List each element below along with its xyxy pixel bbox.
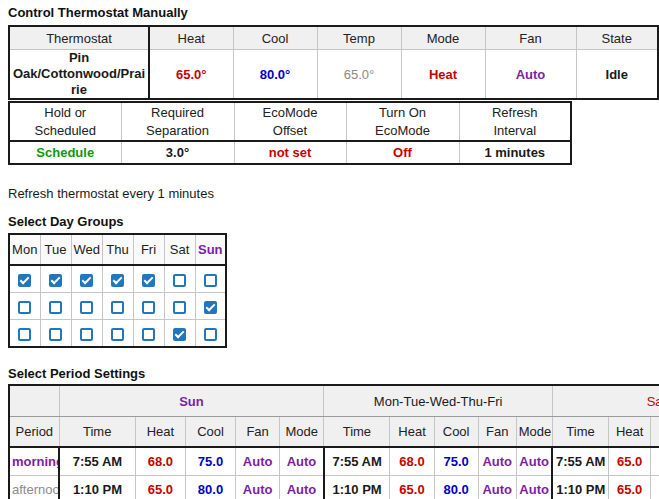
cool-value[interactable]: 80.0	[185, 476, 235, 499]
ecomode-offset-value[interactable]: not set	[234, 141, 346, 164]
heat-value[interactable]: 65.0	[609, 447, 651, 476]
fan-value[interactable]: Auto	[478, 447, 516, 476]
cool-setpoint-value[interactable]: 80.0°	[233, 50, 317, 100]
fan-value[interactable]: Auto	[236, 476, 280, 499]
heat-value[interactable]: 68.0	[390, 447, 434, 476]
refresh-interval-value[interactable]: 1 minutes	[459, 141, 571, 164]
day-cell	[195, 293, 226, 320]
cool-value[interactable]: 80.0	[434, 476, 478, 499]
day-checkbox[interactable]	[142, 328, 155, 341]
time-value[interactable]: 1:10 PM	[59, 476, 135, 499]
day-groups-table: Mon Tue Wed Thu Fri Sat Sun	[8, 233, 227, 348]
col-header-mode: Mode	[401, 26, 485, 50]
mode-value[interactable]: Heat	[401, 50, 485, 100]
cool-value[interactable]: 75.0	[185, 447, 235, 476]
fan-value[interactable]: Auto	[485, 50, 576, 100]
day-cell	[9, 320, 40, 348]
section-title-manual-control: Control Thermostat Manually	[8, 5, 659, 20]
thermostat-row: Pin Oak/Cottonwood/Prairie 65.0° 80.0° 6…	[9, 50, 658, 100]
day-checkbox[interactable]	[173, 328, 186, 341]
col-header-heat: Heat	[149, 26, 233, 50]
corner-cell	[9, 385, 59, 417]
heat-value[interactable]: 65.0	[609, 476, 651, 499]
col-header-heat-weekdays: Heat	[390, 417, 434, 448]
time-value[interactable]: 1:10 PM	[324, 476, 390, 499]
day-checkbox[interactable]	[111, 301, 124, 314]
day-cell	[71, 293, 102, 320]
day-cell	[195, 320, 226, 348]
fan-value[interactable]: Auto	[236, 447, 280, 476]
day-cell	[102, 320, 133, 348]
col-header-time-sun: Time	[59, 417, 135, 448]
day-checkbox[interactable]	[204, 301, 217, 314]
col-header-cool: Cool	[233, 26, 317, 50]
mode-value[interactable]: Auto	[280, 447, 324, 476]
settings-value-row: Schedule 3.0° not set Off 1 minutes	[9, 141, 571, 164]
day-checkbox[interactable]	[142, 274, 155, 287]
day-checkbox[interactable]	[80, 274, 93, 287]
day-checkbox[interactable]	[173, 274, 186, 287]
day-checkbox[interactable]	[204, 274, 217, 287]
day-cell	[133, 265, 164, 293]
day-checkbox[interactable]	[142, 301, 155, 314]
day-cell	[40, 293, 71, 320]
refresh-note: Refresh thermostat every 1 minutes	[8, 186, 659, 201]
day-cell	[71, 320, 102, 348]
day-checkbox[interactable]	[18, 301, 31, 314]
current-temp-value: 65.0°	[317, 50, 401, 100]
day-checkbox[interactable]	[80, 328, 93, 341]
day-header-thu: Thu	[102, 234, 133, 265]
day-group-row-2	[9, 293, 226, 320]
time-value[interactable]: 7:55 AM	[324, 447, 390, 476]
col-header-hold-or-scheduled: Hold or Scheduled	[9, 102, 121, 141]
group-header-sat: Sat	[552, 385, 659, 417]
day-checkbox[interactable]	[18, 274, 31, 287]
col-header-state: State	[576, 26, 658, 50]
period-name[interactable]: morning	[9, 447, 59, 476]
clipped-cell	[651, 447, 659, 476]
day-checkbox[interactable]	[80, 301, 93, 314]
col-header-fan-sun: Fan	[236, 417, 280, 448]
heat-setpoint-value[interactable]: 65.0°	[149, 50, 233, 100]
required-separation-value[interactable]: 3.0°	[121, 141, 234, 164]
day-header-fri: Fri	[133, 234, 164, 265]
day-header-wed: Wed	[71, 234, 102, 265]
day-checkbox[interactable]	[204, 328, 217, 341]
heat-value[interactable]: 65.0	[135, 476, 185, 499]
day-header-sat: Sat	[164, 234, 195, 265]
col-header-time-sat: Time	[552, 417, 608, 448]
hold-or-scheduled-value[interactable]: Schedule	[9, 141, 121, 164]
turn-on-ecomode-value[interactable]: Off	[346, 141, 459, 164]
time-value[interactable]: 7:55 AM	[552, 447, 608, 476]
time-value[interactable]: 7:55 AM	[59, 447, 135, 476]
mode-value[interactable]: Auto	[516, 447, 552, 476]
day-group-row-1	[9, 265, 226, 293]
day-checkbox[interactable]	[111, 274, 124, 287]
col-header-refresh-interval: Refresh Interval	[459, 102, 571, 141]
day-checkbox[interactable]	[49, 274, 62, 287]
day-cell	[164, 320, 195, 348]
day-checkbox[interactable]	[49, 301, 62, 314]
col-header-mode-sun: Mode	[280, 417, 324, 448]
cool-value[interactable]: 75.0	[434, 447, 478, 476]
day-cell	[133, 320, 164, 348]
col-header-time-weekdays: Time	[324, 417, 390, 448]
day-checkbox[interactable]	[173, 301, 186, 314]
day-checkbox[interactable]	[49, 328, 62, 341]
mode-value[interactable]: Auto	[280, 476, 324, 499]
day-group-row-3	[9, 320, 226, 348]
period-name[interactable]: afternoon	[9, 476, 59, 499]
col-header-fan: Fan	[485, 26, 576, 50]
heat-value[interactable]: 68.0	[135, 447, 185, 476]
col-header-turn-on-ecomode: Turn On EcoMode	[346, 102, 459, 141]
heat-value[interactable]: 65.0	[390, 476, 434, 499]
day-checkbox[interactable]	[18, 328, 31, 341]
day-checkbox[interactable]	[111, 328, 124, 341]
period-settings-table: Sun Mon-Tue-Wed-Thu-Fri Sat Period Time …	[8, 384, 659, 499]
time-value[interactable]: 1:10 PM	[552, 476, 608, 499]
mode-value[interactable]: Auto	[516, 476, 552, 499]
group-header-weekdays: Mon-Tue-Wed-Thu-Fri	[324, 385, 553, 417]
day-cell	[133, 293, 164, 320]
col-header-cool-sun: Cool	[185, 417, 235, 448]
fan-value[interactable]: Auto	[478, 476, 516, 499]
